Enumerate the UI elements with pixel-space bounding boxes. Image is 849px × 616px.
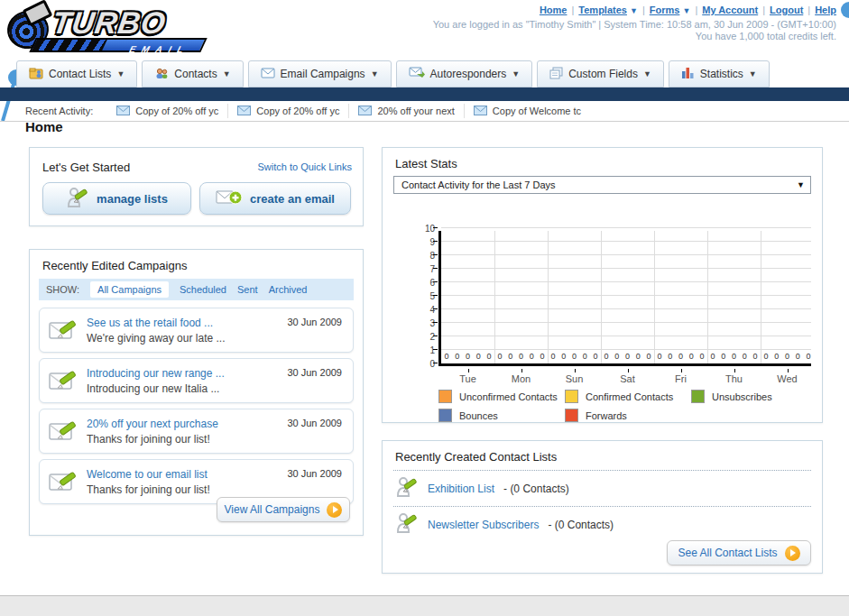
tab-custom-fields[interactable]: Custom Fields▼ — [537, 60, 664, 87]
data-value-label: 0 — [442, 352, 451, 361]
gridline — [441, 227, 811, 228]
data-value-label: 0 — [527, 352, 536, 361]
campaign-title-link[interactable]: 20% off your next purchase — [87, 418, 218, 430]
gridline — [441, 336, 811, 336]
gridline — [707, 231, 708, 363]
nav-separator: | — [807, 5, 810, 15]
envelope-icon — [358, 106, 372, 117]
campaign-subtitle: We're giving away our late ... — [87, 332, 225, 345]
y-axis-tick — [433, 308, 438, 309]
campaign-date: 30 Jun 2009 — [287, 468, 342, 479]
campaign-title-link[interactable]: Welcome to our email list — [87, 468, 208, 481]
data-value-label: 0 — [559, 352, 568, 361]
page-title: Home — [25, 119, 63, 134]
filter-all-campaigns[interactable]: All Campaigns — [90, 281, 169, 298]
x-axis-tick — [681, 369, 682, 372]
data-value-label: 0 — [708, 352, 717, 361]
x-axis-tick-label: Thu — [707, 373, 761, 384]
filter-sent[interactable]: Sent — [237, 284, 258, 295]
contact-list-items: Exhibition List- (0 Contacts)Newsletter … — [393, 470, 811, 542]
campaigns-panel-title: Recently Edited Campaigns — [42, 259, 187, 272]
contact-lists-icon — [29, 67, 43, 82]
header-link-home[interactable]: Home — [540, 5, 568, 15]
y-axis-tick — [433, 281, 438, 282]
campaign-row[interactable]: See us at the retail food ...We're givin… — [39, 308, 354, 353]
campaign-date: 30 Jun 2009 — [287, 418, 342, 428]
envelope-icon — [474, 106, 487, 117]
y-axis-tick-label: 1 — [417, 345, 435, 355]
data-value-label: 0 — [730, 352, 739, 361]
show-label: SHOW: — [46, 284, 79, 295]
filter-scheduled[interactable]: Scheduled — [180, 284, 226, 295]
legend-item: Unsubscribes — [691, 390, 817, 403]
y-axis-tick — [433, 241, 438, 242]
x-axis-tick-label: Tue — [441, 373, 494, 384]
envelope-pencil-icon — [49, 418, 78, 447]
chevron-down-icon: ▼ — [643, 69, 651, 78]
switch-quick-links-link[interactable]: Switch to Quick Links — [257, 161, 352, 172]
header-link-logout[interactable]: Logout — [770, 5, 803, 15]
tab-autoresponders[interactable]: Autoresponders▼ — [396, 60, 533, 87]
legend-swatch-icon — [438, 409, 452, 422]
turbo-email-logo[interactable]: TURBO EMAIL — [5, 4, 231, 54]
header-link-my-account[interactable]: My Account — [702, 5, 758, 15]
header-link-help[interactable]: Help — [815, 5, 836, 15]
bar-chart-icon — [681, 67, 695, 81]
contact-list-link[interactable]: Newsletter Subscribers — [428, 519, 539, 531]
data-value-label: 0 — [761, 352, 771, 361]
x-axis-tick-label: Sun — [548, 373, 601, 384]
gridline — [441, 268, 811, 269]
view-all-campaigns-button[interactable]: View All Campaigns — [217, 497, 350, 522]
y-axis-tick — [433, 254, 438, 255]
campaign-title-link[interactable]: See us at the retail food ... — [87, 317, 213, 329]
campaign-title-link[interactable]: Introducing our new range ... — [87, 367, 225, 380]
chevron-down-icon: ▼ — [116, 69, 125, 78]
filter-archived[interactable]: Archived — [269, 284, 308, 295]
campaign-subtitle: Thanks for joining our list! — [87, 433, 210, 446]
y-axis-tick-label: 9 — [417, 237, 435, 247]
legend-item: Bounces — [438, 409, 565, 422]
person-pencil-icon — [395, 476, 419, 501]
manage-lists-button[interactable]: manage lists — [42, 182, 191, 215]
x-axis-tick — [788, 369, 789, 372]
recent-activity-item[interactable]: Copy of 20% off yc — [227, 104, 348, 118]
campaign-row[interactable]: 20% off your next purchaseThanks for joi… — [39, 409, 354, 454]
tab-email-campaigns[interactable]: Email Campaigns▼ — [248, 60, 392, 87]
data-value-label: 0 — [655, 352, 664, 361]
see-all-contact-lists-button[interactable]: See All Contact Lists — [667, 540, 811, 565]
data-value-label: 0 — [602, 352, 611, 361]
gridline — [601, 231, 602, 363]
nav-separator: | — [642, 5, 645, 15]
gridline — [494, 231, 495, 363]
tab-contacts[interactable]: Contacts▼ — [142, 60, 243, 87]
recent-activity-item[interactable]: Copy of Welcome tc — [464, 104, 590, 118]
recent-activity-item[interactable]: Copy of 20% off yc — [107, 104, 227, 118]
header-link-forms[interactable]: Forms — [650, 5, 680, 15]
tab-contact-lists[interactable]: Contact Lists▼ — [16, 60, 137, 87]
stats-report-select[interactable]: Contact Activity for the Last 7 Days ▼ — [393, 176, 811, 194]
login-status-text: You are logged in as "Timothy Smith" | S… — [433, 19, 836, 30]
data-value-label: 0 — [474, 352, 483, 361]
latest-stats-panel: Latest Stats Contact Activity for the La… — [382, 147, 823, 423]
campaign-row[interactable]: Introducing our new range ...Introducing… — [39, 358, 354, 403]
contact-list-link[interactable]: Exhibition List — [428, 483, 494, 495]
data-value-label: 0 — [666, 352, 675, 361]
data-value-label: 0 — [687, 352, 696, 361]
get-started-title: Let's Get Started — [42, 161, 130, 174]
legend-item: Unconfirmed Contacts — [438, 390, 565, 403]
data-value-label: 0 — [793, 352, 802, 361]
contact-list-row[interactable]: Exhibition List- (0 Contacts) — [393, 470, 811, 506]
data-value-label: 0 — [591, 352, 600, 361]
x-axis-tick — [575, 369, 576, 372]
create-email-button[interactable]: create an email — [199, 182, 351, 215]
contacts-icon — [154, 67, 169, 82]
y-axis-tick-label: 2 — [417, 332, 435, 342]
data-value-label: 0 — [549, 352, 558, 361]
tab-statistics[interactable]: Statistics▼ — [669, 60, 770, 87]
contact-list-row[interactable]: Newsletter Subscribers- (0 Contacts) — [393, 506, 811, 542]
gridline — [441, 349, 811, 350]
pages-icon — [549, 67, 563, 82]
recent-activity-item[interactable]: 20% off your next — [348, 104, 463, 118]
legend-swatch-icon — [565, 409, 578, 422]
header-link-templates[interactable]: Templates — [578, 5, 627, 15]
